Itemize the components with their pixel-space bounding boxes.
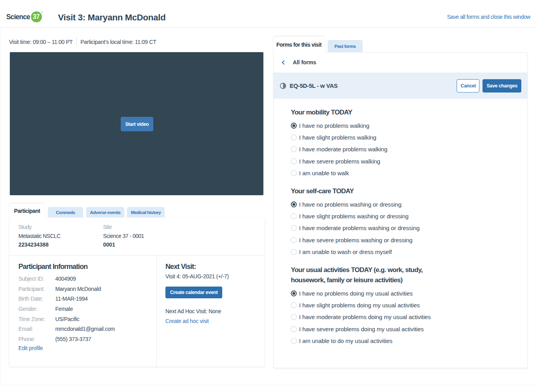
next-visit-detail: Visit 4: 05-AUG-2021 (+/-7) <box>165 273 229 279</box>
site-column: Site Science 37 - 0001 0001 <box>103 223 144 249</box>
radio-option[interactable]: I am unable to do my usual activities <box>291 335 519 347</box>
radio-unselected-icon[interactable] <box>291 146 297 152</box>
edit-profile-link[interactable]: Edit profile <box>18 345 115 351</box>
radio-unselected-icon[interactable] <box>291 170 297 176</box>
radio-selected-icon[interactable] <box>291 290 297 296</box>
radio-option-label: I am unable to walk <box>299 170 349 176</box>
radio-unselected-icon[interactable] <box>291 326 297 332</box>
tab-adverse-events[interactable]: Adverse events <box>86 207 124 218</box>
page-title: Visit 3: Maryann McDonald <box>58 13 165 23</box>
next-visit-heading: Next Visit: <box>165 263 229 271</box>
participant-fields: Subject ID:4004909Participant:Maryann Mc… <box>18 274 115 344</box>
all-forms-bar: All forms <box>274 52 527 73</box>
form-section: Your mobility TODAYI have no problems wa… <box>291 107 519 179</box>
radio-option[interactable]: I have moderate problems washing or dres… <box>291 222 519 234</box>
field-value: mmcdonald1@gmail.com <box>55 326 115 332</box>
radio-option[interactable]: I have slight problems washing or dressi… <box>291 210 519 222</box>
tab-conmeds[interactable]: Conmeds <box>48 207 83 218</box>
radio-group: I have no problems doing my usual activi… <box>291 287 519 347</box>
radio-option[interactable]: I have slight problems doing my usual ac… <box>291 299 519 311</box>
form-header: EQ-5D-5L - w VAS Cancel Save changes <box>274 73 527 99</box>
tab-participant[interactable]: Participant <box>9 204 45 218</box>
radio-option[interactable]: I have no problems walking <box>291 120 519 131</box>
radio-option-label: I have moderate problems washing or dres… <box>299 225 419 231</box>
radio-option[interactable]: I have severe problems doing my usual ac… <box>291 323 519 335</box>
registered-trademark-icon: ® <box>41 11 43 14</box>
radio-option[interactable]: I have moderate problems doing my usual … <box>291 311 519 323</box>
study-name: Metastatic NSCLC <box>18 232 60 241</box>
radio-unselected-icon[interactable] <box>291 338 297 344</box>
create-adhoc-visit-link[interactable]: Create ad hoc visit <box>165 318 229 324</box>
field-value: US/Pacific <box>55 316 80 322</box>
radio-option-label: I have slight problems doing my usual ac… <box>299 302 420 309</box>
radio-option[interactable]: I have no problems washing or dressing <box>291 198 519 210</box>
site-name: Science 37 - 0001 <box>103 232 144 241</box>
form-header-buttons: Cancel Save changes <box>457 79 521 93</box>
form-section: Your self-care TODAYI have no problems w… <box>291 186 519 258</box>
participant-field-row: Email:mmcdonald1@gmail.com <box>18 324 115 334</box>
radio-option[interactable]: I have severe problems washing or dressi… <box>291 234 519 246</box>
participant-info-section: Participant Information Subject ID:40049… <box>18 263 115 351</box>
save-all-forms-link[interactable]: Save all forms and close this window <box>447 14 530 20</box>
save-changes-button[interactable]: Save changes <box>483 79 521 93</box>
radio-option[interactable]: I have severe problems walking <box>291 155 519 167</box>
field-label: Time Zone: <box>18 316 55 322</box>
radio-group: I have no problems washing or dressingI … <box>291 198 519 258</box>
study-column: Study Metastatic NSCLC 2234234388 <box>18 223 60 249</box>
radio-option-label: I have no problems walking <box>299 122 369 129</box>
radio-option-label: I have moderate problems doing my usual … <box>299 314 431 320</box>
radio-option-label: I have slight problems washing or dressi… <box>299 213 408 220</box>
radio-option-label: I have moderate problems walking <box>299 146 387 152</box>
study-label: Study <box>18 223 60 232</box>
radio-selected-icon[interactable] <box>291 201 297 207</box>
radio-unselected-icon[interactable] <box>291 225 297 231</box>
logo-37-circle: 37 <box>31 11 42 22</box>
radio-unselected-icon[interactable] <box>291 314 297 320</box>
radio-option[interactable]: I have slight problems walking <box>291 131 519 143</box>
radio-option-label: I have no problems doing my usual activi… <box>299 290 413 297</box>
radio-unselected-icon[interactable] <box>291 249 297 255</box>
logo-brand-text: Science <box>6 13 30 21</box>
video-panel: Start video <box>10 52 263 195</box>
radio-option[interactable]: I have no problems doing my usual activi… <box>291 287 519 299</box>
visit-time-divider <box>76 38 77 46</box>
radio-unselected-icon[interactable] <box>291 134 297 140</box>
start-video-button[interactable]: Start video <box>121 117 153 131</box>
tab-past-forms[interactable]: Past forms <box>328 40 363 52</box>
radio-unselected-icon[interactable] <box>291 302 297 308</box>
tab-forms-for-this-visit[interactable]: Forms for this visit <box>273 37 325 53</box>
tab-medical-history[interactable]: Medical history <box>127 207 165 218</box>
participant-field-row: Participant:Maryann McDonald <box>18 284 115 294</box>
form-section-heading: Your usual activities TODAY (e.g. work, … <box>291 265 519 285</box>
field-label: Participant: <box>18 286 55 292</box>
radio-option[interactable]: I have moderate problems walking <box>291 143 519 155</box>
visit-time-bar: Visit time: 09:00 – 11:00 PT Participant… <box>9 38 156 46</box>
participant-field-row: Time Zone:US/Pacific <box>18 314 115 324</box>
radio-option-label: I have severe problems doing my usual ac… <box>299 326 424 332</box>
radio-selected-icon[interactable] <box>291 123 297 129</box>
radio-option-label: I have slight problems walking <box>299 134 376 141</box>
radio-unselected-icon[interactable] <box>291 213 297 219</box>
form-title: EQ-5D-5L - w VAS <box>290 82 337 89</box>
cancel-button[interactable]: Cancel <box>457 79 479 93</box>
visit-time-text: Visit time: 09:00 – 11:00 PT <box>9 39 73 45</box>
field-value: 11-MAR-1994 <box>55 296 88 302</box>
radio-option-label: I have severe problems walking <box>299 158 380 165</box>
participant-field-row: Gender:Female <box>18 304 115 314</box>
form-section-heading: Your mobility TODAY <box>291 107 519 118</box>
radio-option[interactable]: I am unable to wash or dress myself <box>291 246 519 258</box>
field-value: 4004909 <box>55 276 76 282</box>
radio-unselected-icon[interactable] <box>291 158 297 164</box>
participant-info-heading: Participant Information <box>18 263 115 271</box>
field-label: Gender: <box>18 306 55 312</box>
participant-field-row: Birth Date:11-MAR-1994 <box>18 294 115 304</box>
forms-panel: All forms EQ-5D-5L - w VAS Cancel Save c… <box>273 52 528 368</box>
back-chevron-icon[interactable] <box>281 60 285 65</box>
radio-unselected-icon[interactable] <box>291 237 297 243</box>
field-value: (555) 373-3737 <box>55 336 91 342</box>
create-calendar-event-button[interactable]: Create calendar event <box>165 287 222 298</box>
radio-option-label: I am unable to wash or dress myself <box>299 249 392 255</box>
form-body: Your mobility TODAYI have no problems wa… <box>274 99 527 347</box>
participant-card: Study Metastatic NSCLC 2234234388 Site S… <box>9 218 265 367</box>
radio-option[interactable]: I am unable to walk <box>291 167 519 179</box>
